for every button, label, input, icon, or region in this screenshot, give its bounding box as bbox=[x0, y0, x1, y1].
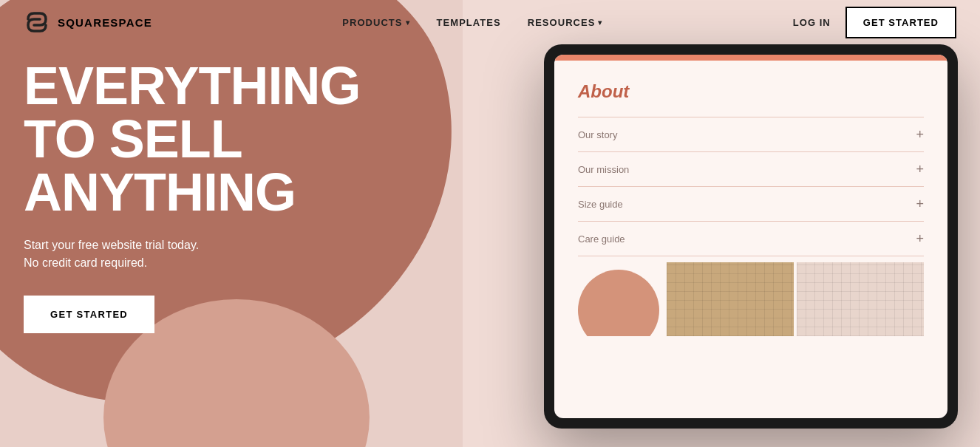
navbar-center: PRODUCTS ▾ TEMPLATES RESOURCES ▾ bbox=[342, 17, 602, 28]
tablet-content: About Our story + Our mission + Size gui… bbox=[554, 61, 947, 418]
nav-templates[interactable]: TEMPLATES bbox=[437, 17, 501, 28]
tablet-row-plus-3[interactable]: + bbox=[916, 232, 924, 245]
tablet-top-bar bbox=[554, 55, 947, 61]
tablet-row-label-0: Our story bbox=[578, 129, 617, 140]
hero-subtext: Start your free website trial today. No … bbox=[24, 236, 349, 272]
hero-subtext-line2: No credit card required. bbox=[24, 256, 147, 269]
login-button[interactable]: LOG IN bbox=[793, 17, 831, 28]
tablet-row-3: Care guide + bbox=[578, 222, 924, 256]
nav-resources[interactable]: RESOURCES ▾ bbox=[528, 17, 603, 28]
nav-resources-label: RESOURCES bbox=[528, 17, 596, 28]
navbar: SQUARESPACE PRODUCTS ▾ TEMPLATES RESOURC… bbox=[0, 0, 980, 44]
hero-headline: EVERYTHING TO SELL ANYTHING bbox=[24, 59, 349, 219]
tablet-screen: About Our story + Our mission + Size gui… bbox=[554, 55, 947, 418]
nav-products[interactable]: PRODUCTS ▾ bbox=[342, 17, 409, 28]
products-chevron-icon: ▾ bbox=[406, 18, 410, 27]
tablet-row-label-3: Care guide bbox=[578, 233, 625, 245]
tablet-bottom-images bbox=[578, 262, 924, 336]
tablet-row-label-1: Our mission bbox=[578, 164, 629, 175]
get-started-nav-button[interactable]: GET STARTED bbox=[845, 7, 956, 38]
headline-line3: ANYTHING bbox=[24, 163, 296, 222]
tablet-grid-image-2 bbox=[797, 262, 924, 336]
tablet-row-label-2: Size guide bbox=[578, 199, 623, 210]
tablet-grid-image-1 bbox=[667, 262, 794, 336]
nav-products-label: PRODUCTS bbox=[342, 17, 402, 28]
tablet-row-plus-1[interactable]: + bbox=[916, 163, 924, 176]
tablet-row-plus-0[interactable]: + bbox=[916, 128, 924, 141]
hero-subtext-line1: Start your free website trial today. bbox=[24, 239, 199, 251]
nav-templates-label: TEMPLATES bbox=[437, 17, 501, 28]
hero-get-started-button[interactable]: GET STARTED bbox=[24, 296, 154, 333]
tablet-frame: About Our story + Our mission + Size gui… bbox=[544, 44, 958, 429]
tablet-row-0: Our story + bbox=[578, 117, 924, 152]
tablet-row-2: Size guide + bbox=[578, 187, 924, 222]
headline-line1: EVERYTHING bbox=[24, 56, 360, 115]
hero-content: EVERYTHING TO SELL ANYTHING Start your f… bbox=[24, 59, 349, 333]
tablet-row-plus-2[interactable]: + bbox=[916, 197, 924, 211]
headline-line2: TO SELL bbox=[24, 109, 242, 168]
navbar-right: LOG IN GET STARTED bbox=[793, 7, 956, 38]
navbar-logo-area: SQUARESPACE bbox=[24, 9, 152, 35]
tablet-about-title: About bbox=[578, 81, 924, 102]
squarespace-logo-icon bbox=[24, 9, 50, 35]
tablet-mockup: About Our story + Our mission + Size gui… bbox=[544, 44, 958, 429]
resources-chevron-icon: ▾ bbox=[598, 18, 602, 27]
logo-text: SQUARESPACE bbox=[58, 16, 152, 29]
tablet-circle-image bbox=[578, 270, 659, 336]
hero-section: SQUARESPACE PRODUCTS ▾ TEMPLATES RESOURC… bbox=[0, 0, 980, 447]
tablet-row-1: Our mission + bbox=[578, 152, 924, 187]
